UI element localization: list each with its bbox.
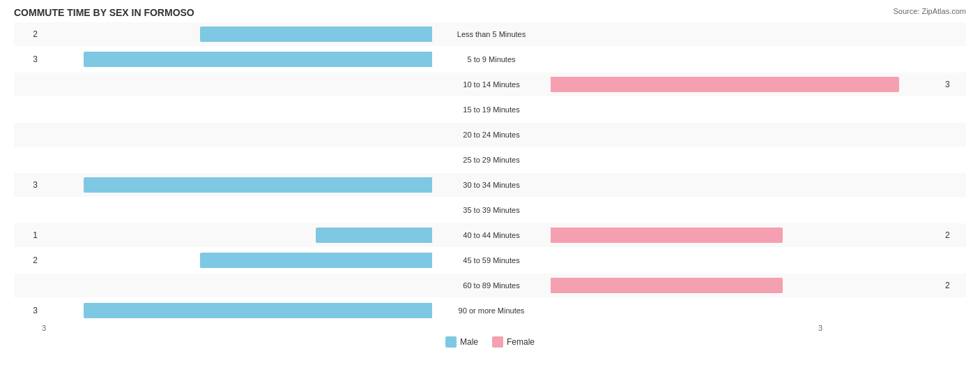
female-bar-container	[551, 152, 941, 167]
male-bar-container	[42, 127, 432, 142]
table-row: 20 to 24 Minutes	[14, 123, 966, 147]
table-row: 2 Less than 5 Minutes	[14, 22, 966, 46]
male-bar-container	[42, 27, 432, 42]
male-bar	[316, 228, 432, 243]
male-value: 2	[14, 255, 42, 265]
female-bar-container	[551, 77, 941, 92]
male-bar-container	[42, 177, 432, 193]
axis-left-max: 3	[14, 324, 432, 332]
female-bar-container	[551, 27, 941, 42]
row-label: 90 or more Minutes	[432, 306, 551, 315]
female-value: 3	[941, 80, 969, 89]
male-value: 3	[14, 54, 42, 64]
bottom-axis: 3 3	[14, 324, 966, 332]
row-label: 45 to 59 Minutes	[432, 256, 551, 265]
row-label: 5 to 9 Minutes	[432, 55, 551, 64]
row-label: 20 to 24 Minutes	[432, 131, 551, 139]
table-row: 25 to 29 Minutes	[14, 148, 966, 172]
male-bar-container	[42, 278, 432, 293]
female-value: 2	[941, 230, 969, 240]
table-row: 2 45 to 59 Minutes	[14, 248, 966, 272]
female-bar-container	[551, 177, 941, 193]
bars-area: 2 Less than 5 Minutes 3 5 to 9 Minutes 1…	[14, 22, 966, 322]
table-row: 1 40 to 44 Minutes 2	[14, 223, 966, 247]
female-bar-container	[551, 278, 941, 293]
row-label: 15 to 19 Minutes	[432, 105, 551, 114]
table-row: 3 5 to 9 Minutes	[14, 47, 966, 71]
female-bar-container	[551, 127, 941, 142]
legend-female: Female	[492, 336, 535, 348]
female-bar-container	[551, 228, 941, 243]
table-row: 60 to 89 Minutes 2	[14, 274, 966, 297]
male-bar	[84, 303, 432, 318]
female-bar	[551, 77, 899, 92]
male-bar	[200, 27, 432, 42]
table-row: 3 30 to 34 Minutes	[14, 173, 966, 197]
legend-male-box	[445, 336, 457, 348]
row-label: Less than 5 Minutes	[432, 30, 551, 38]
table-row: 15 to 19 Minutes	[14, 98, 966, 121]
male-bar-container	[42, 52, 432, 67]
table-row: 10 to 14 Minutes 3	[14, 73, 966, 96]
row-label: 25 to 29 Minutes	[432, 156, 551, 164]
female-bar-container	[551, 202, 941, 218]
legend-female-box	[492, 336, 503, 348]
male-bar	[200, 253, 432, 268]
legend: Male Female	[14, 336, 966, 348]
legend-female-label: Female	[507, 337, 535, 347]
legend-male-label: Male	[460, 337, 478, 347]
female-bar-container	[551, 52, 941, 67]
female-bar	[551, 228, 783, 243]
row-label: 10 to 14 Minutes	[432, 80, 551, 89]
male-value: 3	[14, 306, 42, 315]
male-value: 2	[14, 29, 42, 39]
chart-container: COMMUTE TIME BY SEX IN FORMOSO Source: Z…	[0, 0, 980, 365]
male-bar	[84, 177, 432, 193]
male-value: 3	[14, 180, 42, 190]
male-bar-container	[42, 152, 432, 167]
female-value: 2	[941, 281, 969, 290]
male-bar-container	[42, 253, 432, 268]
chart-title: COMMUTE TIME BY SEX IN FORMOSO	[14, 7, 966, 18]
row-label: 30 to 34 Minutes	[432, 181, 551, 189]
table-row: 35 to 39 Minutes	[14, 198, 966, 222]
row-label: 35 to 39 Minutes	[432, 206, 551, 214]
male-bar	[84, 52, 432, 67]
female-bar-container	[551, 253, 941, 268]
row-label: 40 to 44 Minutes	[432, 231, 551, 239]
axis-right-max: 3	[432, 324, 850, 332]
male-bar-container	[42, 77, 432, 92]
male-bar-container	[42, 228, 432, 243]
source-text: Source: ZipAtlas.com	[893, 7, 966, 15]
female-bar-container	[551, 303, 941, 318]
male-bar-container	[42, 202, 432, 218]
male-bar-container	[42, 303, 432, 318]
legend-male: Male	[445, 336, 478, 348]
row-label: 60 to 89 Minutes	[432, 281, 551, 290]
male-value: 1	[14, 230, 42, 240]
male-bar-container	[42, 102, 432, 117]
female-bar-container	[551, 102, 941, 117]
table-row: 3 90 or more Minutes	[14, 299, 966, 322]
female-bar	[551, 278, 783, 293]
